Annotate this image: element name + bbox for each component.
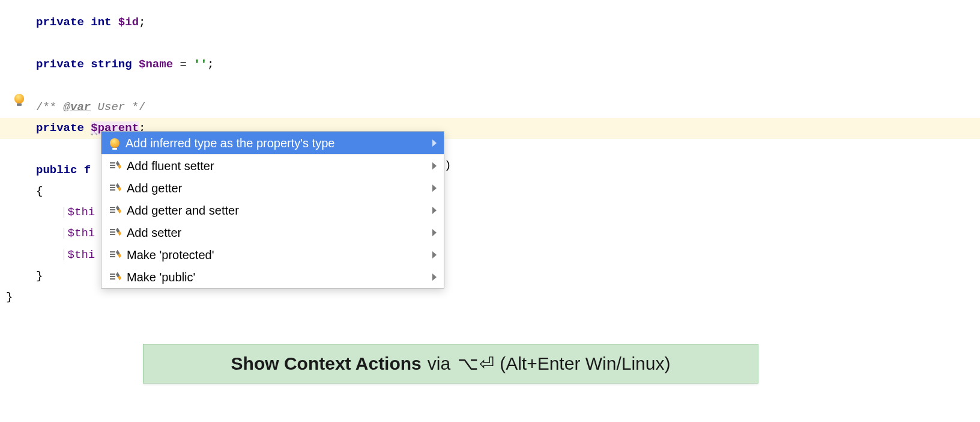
var-this: $thi bbox=[68, 248, 95, 261]
popup-item-label: Add fluent setter bbox=[127, 160, 426, 172]
hint-title: Show Context Actions bbox=[231, 347, 422, 381]
indent-guide bbox=[64, 207, 64, 218]
popup-item-make-protected[interactable]: Make 'protected' bbox=[101, 243, 444, 266]
chevron-right-icon bbox=[432, 185, 437, 192]
chevron-right-icon bbox=[432, 251, 437, 258]
chevron-right-icon bbox=[432, 229, 437, 236]
keyword-private: private bbox=[36, 121, 84, 135]
context-actions-popup: Add inferred type as the property's type… bbox=[101, 131, 444, 289]
code-line: private int $id; bbox=[0, 12, 980, 33]
popup-item-label: Add getter bbox=[127, 182, 426, 194]
var-this: $thi bbox=[68, 206, 95, 219]
intention-bulb-icon[interactable] bbox=[14, 94, 25, 105]
code-line: private string $name = ''; bbox=[0, 54, 980, 75]
keyword-private: private bbox=[36, 16, 84, 29]
doc-comment-line: /** @var User */ bbox=[0, 97, 980, 118]
pen-icon bbox=[110, 272, 121, 282]
popup-item-add-getter-setter[interactable]: Add getter and setter bbox=[101, 199, 444, 221]
popup-item-make-public[interactable]: Make 'public' bbox=[101, 266, 444, 288]
pen-icon bbox=[110, 228, 121, 237]
bulb-icon bbox=[110, 138, 119, 148]
indent-guide bbox=[64, 249, 64, 260]
hint-alt-shortcut: (Alt+Enter Win/Linux) bbox=[500, 347, 670, 381]
popup-item-add-getter[interactable]: Add getter bbox=[101, 177, 444, 199]
pen-icon bbox=[110, 183, 121, 193]
bulb-icon bbox=[14, 94, 24, 103]
var-name: $name bbox=[139, 58, 173, 71]
type-string: string bbox=[91, 58, 132, 71]
blank-line bbox=[0, 75, 980, 96]
popup-item-add-inferred-type[interactable]: Add inferred type as the property's type bbox=[101, 132, 444, 154]
indent-guide bbox=[64, 228, 64, 239]
chevron-right-icon bbox=[432, 207, 437, 214]
pen-icon bbox=[110, 161, 121, 171]
keyword-function: f bbox=[84, 164, 91, 177]
popup-item-label: Make 'protected' bbox=[127, 249, 426, 261]
hint-via: via bbox=[428, 347, 450, 381]
keyword-public: public bbox=[36, 164, 77, 177]
doc-class: User bbox=[91, 100, 132, 114]
chevron-right-icon bbox=[432, 139, 437, 147]
chevron-right-icon bbox=[432, 274, 437, 281]
keyword-private: private bbox=[36, 58, 84, 71]
pen-icon bbox=[110, 250, 121, 260]
doc-comment: /** @var User */ bbox=[36, 100, 145, 114]
code-fragment-behind-popup: ) bbox=[444, 155, 451, 176]
string-literal: '' bbox=[193, 58, 207, 71]
popup-item-label: Add inferred type as the property's type bbox=[126, 137, 426, 149]
pen-icon bbox=[110, 206, 121, 215]
hint-banner: Show Context Actions via ⌥⏎ (Alt+Enter W… bbox=[143, 344, 758, 384]
popup-item-label: Add getter and setter bbox=[127, 204, 426, 216]
doc-tag-var: @var bbox=[64, 100, 91, 114]
outer-brace-close: } bbox=[0, 287, 980, 308]
type-int: int bbox=[91, 16, 111, 29]
var-id: $id bbox=[118, 16, 139, 29]
var-this: $thi bbox=[68, 227, 95, 240]
popup-item-add-setter[interactable]: Add setter bbox=[101, 221, 444, 243]
popup-item-label: Add setter bbox=[127, 227, 426, 239]
blank-line bbox=[0, 33, 980, 54]
chevron-right-icon bbox=[432, 162, 437, 170]
popup-item-label: Make 'public' bbox=[127, 271, 426, 283]
popup-item-add-fluent-setter[interactable]: Add fluent setter bbox=[101, 154, 444, 177]
hint-shortcut: ⌥⏎ bbox=[458, 347, 495, 381]
